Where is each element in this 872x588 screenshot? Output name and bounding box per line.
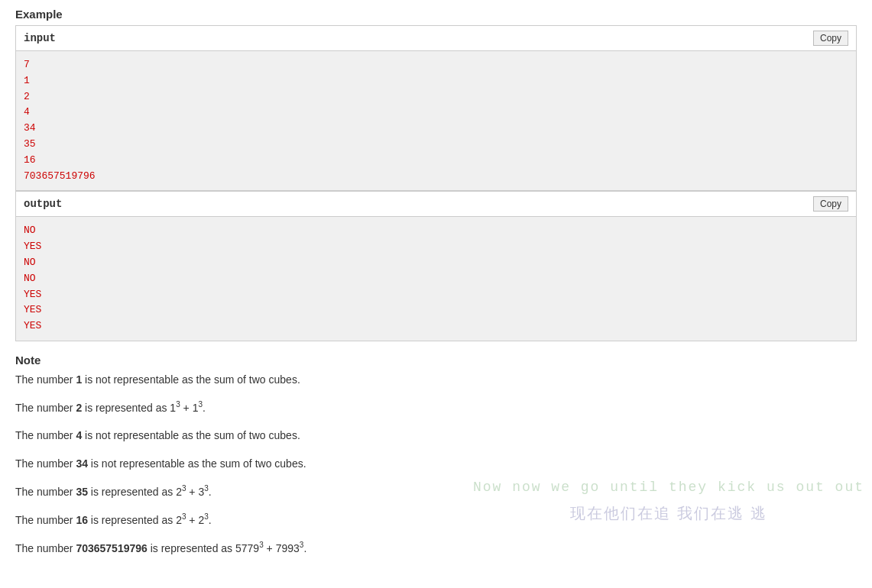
input-line-1: 7 (24, 57, 848, 73)
output-header: output Copy (16, 192, 856, 217)
input-line-2: 1 (24, 73, 848, 89)
note-para-5: The number 35 is represented as 23 + 33. (15, 483, 857, 500)
output-line-7: YES (24, 318, 848, 334)
note-number-1: 1 (76, 373, 82, 386)
note-number-4: 34 (76, 457, 88, 470)
note-number-7: 703657519796 (76, 542, 147, 554)
output-line-2: YES (24, 239, 848, 255)
output-content: NO YES NO NO YES YES YES (16, 217, 856, 341)
note-para-3: The number 4 is not representable as the… (15, 427, 857, 444)
note-number-5: 35 (76, 486, 88, 498)
input-block: input Copy 7 1 2 4 34 35 16 703657519796 (15, 25, 857, 191)
note-para-6: The number 16 is represented as 23 + 23. (15, 511, 857, 528)
output-line-3: NO (24, 255, 848, 271)
note-para-7: The number 703657519796 is represented a… (15, 539, 857, 557)
input-content: 7 1 2 4 34 35 16 703657519796 (16, 51, 856, 190)
output-copy-button[interactable]: Copy (813, 196, 848, 212)
note-para-4: The number 34 is not representable as th… (15, 455, 857, 472)
note-para-1: The number 1 is not representable as the… (15, 371, 857, 388)
input-line-7: 16 (24, 153, 848, 169)
input-line-8: 703657519796 (24, 169, 848, 185)
note-number-2: 2 (76, 402, 82, 414)
output-block: output Copy NO YES NO NO YES YES YES (15, 191, 857, 341)
input-line-3: 2 (24, 89, 848, 105)
output-line-6: YES (24, 302, 848, 318)
note-number-6: 16 (76, 514, 88, 526)
input-label: input (24, 32, 56, 44)
example-title: Example (15, 8, 857, 21)
example-section: Example input Copy 7 1 2 4 34 35 16 7036… (15, 8, 857, 341)
input-line-6: 35 (24, 137, 848, 153)
output-line-1: NO (24, 223, 848, 239)
note-title: Note (15, 354, 857, 367)
note-section: Note The number 1 is not representable a… (15, 354, 857, 557)
output-line-4: NO (24, 271, 848, 287)
output-label: output (24, 198, 62, 210)
input-line-4: 4 (24, 105, 848, 121)
note-number-3: 4 (76, 429, 82, 441)
input-header: input Copy (16, 26, 856, 51)
note-para-2: The number 2 is represented as 13 + 13. (15, 399, 857, 416)
input-line-5: 34 (24, 121, 848, 137)
input-copy-button[interactable]: Copy (813, 31, 848, 46)
output-line-5: YES (24, 287, 848, 303)
